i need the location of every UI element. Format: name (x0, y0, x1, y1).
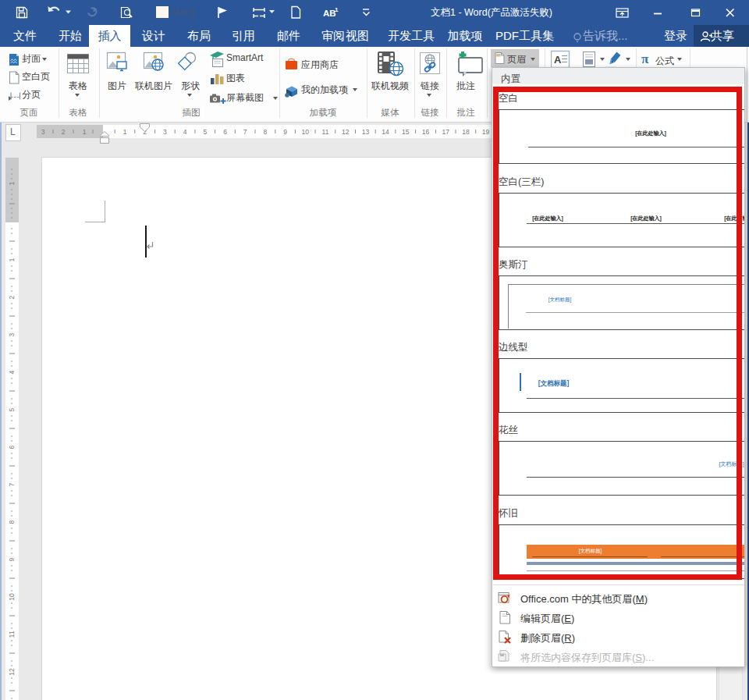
svg-text:9: 9 (283, 128, 287, 136)
svg-text:16: 16 (422, 128, 430, 136)
svg-text:8: 8 (264, 128, 268, 136)
svg-text:7: 7 (243, 128, 247, 136)
svg-text:3: 3 (41, 128, 45, 136)
svg-text:19: 19 (482, 128, 490, 136)
svg-text:4: 4 (183, 128, 187, 136)
svg-text:7: 7 (8, 482, 16, 486)
svg-text:12: 12 (342, 128, 350, 136)
svg-text:2: 2 (8, 295, 16, 299)
svg-text:18: 18 (462, 128, 470, 136)
svg-text:5: 5 (203, 128, 207, 136)
svg-text:8: 8 (8, 520, 16, 524)
svg-text:3: 3 (163, 128, 167, 136)
svg-text:14: 14 (382, 128, 389, 136)
svg-text:1: 1 (8, 258, 16, 261)
svg-text:17: 17 (442, 128, 449, 136)
svg-text:11: 11 (8, 631, 16, 638)
svg-text:12: 12 (8, 668, 16, 676)
svg-text:5: 5 (8, 407, 16, 411)
svg-text:6: 6 (8, 445, 16, 449)
svg-text:3: 3 (8, 332, 16, 336)
svg-text:A: A (554, 54, 562, 66)
svg-text:13: 13 (362, 128, 370, 136)
svg-text:10: 10 (8, 593, 16, 601)
svg-text:15: 15 (402, 128, 410, 136)
svg-text:4: 4 (8, 370, 16, 374)
svg-text:2: 2 (62, 128, 66, 136)
svg-text:6: 6 (223, 128, 227, 136)
svg-text:1: 1 (8, 181, 16, 185)
svg-text:10: 10 (302, 128, 310, 136)
svg-text:11: 11 (322, 128, 329, 136)
svg-text:9: 9 (8, 557, 16, 561)
svg-text:1: 1 (83, 128, 87, 136)
